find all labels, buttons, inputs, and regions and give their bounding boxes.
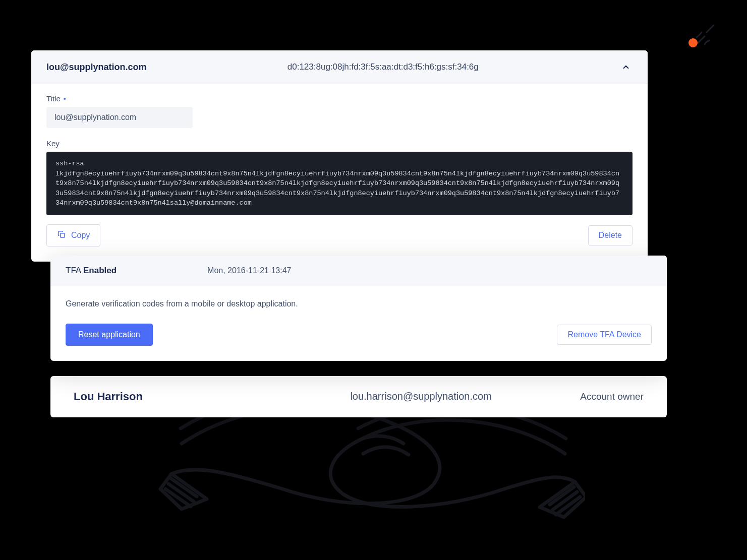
ssh-key-card: lou@supplynation.com d0:123:8ug:08jh:fd:… [31, 50, 648, 262]
chevron-up-icon[interactable] [619, 60, 633, 74]
tfa-prefix: TFA [66, 266, 81, 275]
ssh-key-email: lou@supplynation.com [46, 62, 147, 73]
delete-button-label: Delete [599, 231, 622, 240]
tfa-header: TFA Enabled Mon, 2016-11-21 13:47 [50, 256, 667, 286]
copy-button[interactable]: Copy [46, 224, 100, 246]
required-dot-icon: • [64, 95, 66, 102]
copy-button-label: Copy [71, 231, 90, 240]
decorative-dot [688, 38, 698, 47]
tfa-description: Generate verification codes from a mobil… [66, 299, 652, 308]
remove-tfa-device-button[interactable]: Remove TFA Device [557, 325, 652, 345]
reset-application-label: Reset application [78, 330, 140, 339]
user-name: Lou Harrison [74, 390, 262, 403]
tfa-card: TFA Enabled Mon, 2016-11-21 13:47 Genera… [50, 256, 667, 361]
sparkle-icon [687, 18, 723, 53]
copy-icon [57, 230, 66, 241]
user-email: lou.harrison@supplynation.com [262, 391, 580, 402]
user-role: Account owner [580, 391, 644, 402]
ssh-title-input[interactable] [46, 107, 193, 128]
title-field-label: Title • [46, 94, 633, 103]
svg-rect-2 [61, 233, 65, 237]
svg-line-1 [707, 25, 714, 32]
user-row[interactable]: Lou Harrison lou.harrison@supplynation.c… [50, 376, 667, 417]
tfa-timestamp: Mon, 2016-11-21 13:47 [207, 266, 291, 275]
svg-line-0 [698, 36, 705, 43]
reset-application-button[interactable]: Reset application [66, 324, 153, 346]
ssh-key-fingerprint: d0:123:8ug:08jh:fd:3f:5s:aa:dt:d3:f5:h6:… [147, 62, 619, 72]
remove-tfa-device-label: Remove TFA Device [567, 330, 641, 339]
ssh-key-header[interactable]: lou@supplynation.com d0:123:8ug:08jh:fd:… [31, 50, 648, 84]
tfa-enabled-text: Enabled [83, 266, 117, 275]
ssh-key-value[interactable]: ssh-rsa lkjdfgn8ecyiuehrfiuyb734nrxm09q3… [46, 152, 633, 215]
delete-button[interactable]: Delete [588, 225, 633, 245]
key-field-label: Key [46, 139, 633, 148]
title-label-text: Title [46, 94, 61, 103]
tfa-status: TFA Enabled [66, 266, 117, 276]
